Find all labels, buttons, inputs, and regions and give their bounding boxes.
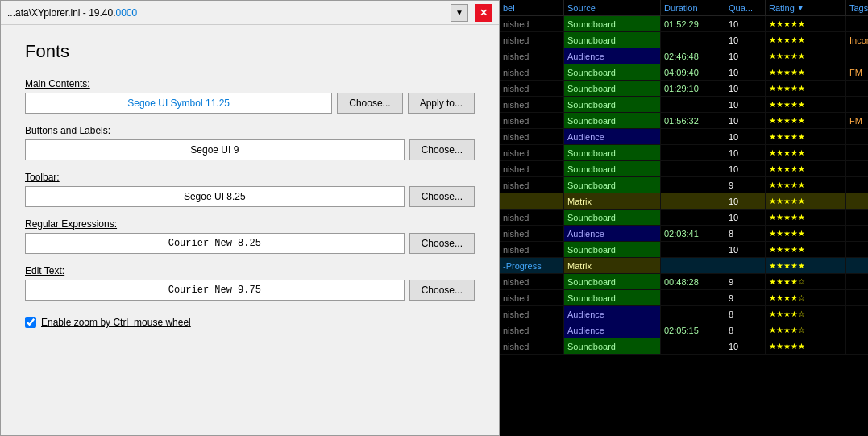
cell-label: nished [500,64,564,80]
edit-text-row: Edit Text: Choose... [25,265,475,301]
cell-quality: 8 [725,322,766,338]
main-contents-input[interactable] [25,93,332,114]
header-source[interactable]: Source [564,0,661,15]
regex-input[interactable] [25,233,405,254]
header-tags[interactable]: Tags [846,0,868,15]
cell-duration [661,242,725,257]
stars-icon: ★★★★★ [769,181,805,189]
cell-quality: 10 [725,113,766,128]
cell-duration [661,129,725,144]
cell-tags: FM [846,113,868,128]
table-row[interactable]: nishedSoundboard9★★★★☆ [500,290,868,306]
cell-rating: ★★★★★ [766,16,846,31]
cell-tags [846,48,868,64]
table-row[interactable]: nishedSoundboard9★★★★★ [500,177,868,193]
cell-rating: ★★★★☆ [766,290,846,305]
toolbar-input[interactable] [25,186,405,207]
cell-tags [846,97,868,112]
title-prefix: ...ata\XYplorer.ini - 19.40. [7,7,116,19]
cell-label: -Progress [500,258,564,273]
stars-icon: ★★★★★ [769,35,805,44]
table-row[interactable]: nishedSoundboard10★★★★★ [500,145,868,161]
header-rating[interactable]: Rating ▼ [766,0,846,15]
cell-duration [661,290,725,305]
cell-duration [661,97,725,112]
cell-duration [661,338,725,354]
table-row[interactable]: nishedSoundboard10★★★★★Incom [500,32,868,48]
cell-label: nished [500,226,564,241]
stars-icon: ★★★★☆ [769,293,805,302]
cell-label: nished [500,210,564,225]
edit-text-input[interactable] [25,280,405,301]
cell-duration: 02:03:41 [661,226,725,241]
table-row[interactable]: nishedAudience02:46:4810★★★★★ [500,48,868,64]
buttons-labels-input[interactable] [25,139,405,160]
cell-rating: ★★★★★ [766,177,846,193]
table-row[interactable]: nishedSoundboard10★★★★★ [500,338,868,355]
cell-duration: 01:29:10 [661,81,725,96]
cell-rating: ★★★★★ [766,97,846,112]
buttons-labels-choose-btn[interactable]: Choose... [409,139,475,160]
header-label[interactable]: bel [500,0,564,15]
cell-label: nished [500,242,564,257]
cell-rating: ★★★★★ [766,226,846,241]
table-row[interactable]: nishedSoundboard10★★★★★ [500,161,868,177]
cell-tags: FM [846,64,868,80]
stars-icon: ★★★★★ [769,100,805,109]
main-contents-row: Main Contents: Choose... Apply to... [25,78,475,114]
cell-source: Audience [564,48,661,64]
cell-quality: 10 [725,338,766,354]
cell-source: Soundboard [564,81,661,96]
cell-quality [725,258,766,273]
table-row[interactable]: nishedAudience02:03:418★★★★★ [500,226,868,242]
cell-quality: 10 [725,64,766,80]
cell-tags: Incom [846,32,868,48]
main-contents-choose-btn[interactable]: Choose... [337,93,402,114]
close-button[interactable]: ✕ [475,4,492,22]
cell-source: Audience [564,306,661,322]
cell-rating: ★★★★★ [766,145,846,160]
table-row[interactable]: nishedAudience02:05:158★★★★☆ [500,322,868,338]
cell-source: Soundboard [564,274,661,289]
cell-label: nished [500,306,564,322]
dialog-heading: Fonts [25,41,475,62]
buttons-labels-label-text: Buttons and Labels: [25,125,110,136]
table-row[interactable]: nishedSoundboard01:52:2910★★★★★ [500,16,868,32]
toolbar-choose-btn[interactable]: Choose... [409,186,475,207]
edit-text-choose-btn[interactable]: Choose... [409,280,475,301]
cell-rating: ★★★★★ [766,242,846,257]
file-rows: nishedSoundboard01:52:2910★★★★★nishedSou… [500,16,868,436]
table-row[interactable]: nishedSoundboard01:29:1010★★★★★ [500,81,868,97]
table-row[interactable]: nishedAudience8★★★★☆ [500,306,868,322]
cell-quality: 10 [725,48,766,64]
stars-icon: ★★★★★ [769,342,805,351]
stars-icon: ★★★★☆ [769,309,805,318]
table-row[interactable]: nishedSoundboard10★★★★★ [500,242,868,258]
cell-rating: ★★★★☆ [766,274,846,289]
scroll-button[interactable]: ▼ [451,4,468,22]
cell-duration [661,161,725,176]
table-row[interactable]: nishedSoundboard04:09:4010★★★★★FM [500,64,868,81]
buttons-labels-input-row: Choose... [25,139,475,160]
cell-tags [846,274,868,289]
header-quality[interactable]: Qua... [725,0,766,15]
cell-label: nished [500,322,564,338]
cell-quality: 10 [725,97,766,112]
header-duration[interactable]: Duration [661,0,725,15]
table-row[interactable]: nishedSoundboard01:56:3210★★★★★FM [500,113,868,129]
cell-quality: 8 [725,306,766,322]
table-row[interactable]: nishedSoundboard10★★★★★ [500,210,868,226]
table-row[interactable]: -ProgressMatrix★★★★★ [500,258,868,274]
cell-rating: ★★★★★ [766,129,846,144]
regex-choose-btn[interactable]: Choose... [409,233,475,254]
zoom-checkbox[interactable] [25,317,36,328]
table-row[interactable]: nishedSoundboard00:48:289★★★★☆ [500,274,868,290]
table-row[interactable]: nishedAudience10★★★★★ [500,129,868,145]
cell-rating: ★★★★★ [766,64,846,80]
table-row[interactable]: Matrix10★★★★★ [500,193,868,210]
cell-quality: 10 [725,242,766,257]
main-contents-apply-btn[interactable]: Apply to... [408,93,475,114]
table-row[interactable]: nishedSoundboard10★★★★★ [500,97,868,113]
buttons-labels-label: Buttons and Labels: [25,125,475,136]
cell-quality: 9 [725,290,766,305]
